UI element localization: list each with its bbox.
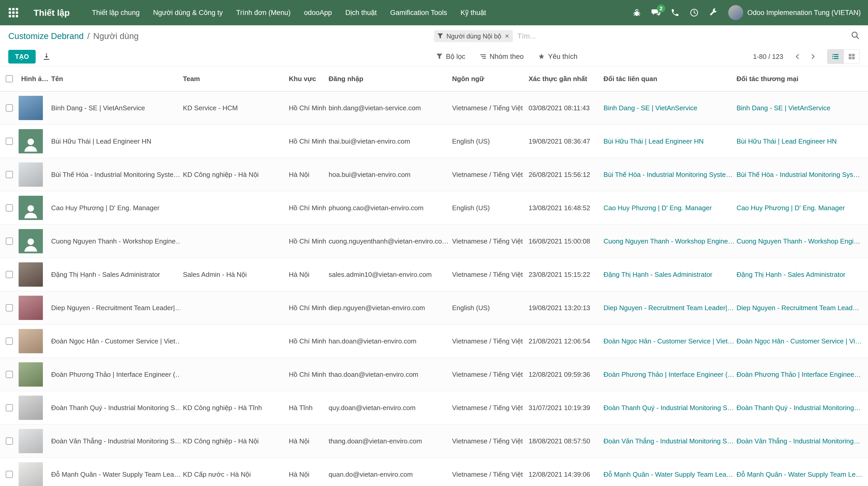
- related-partner-link[interactable]: Diep Nguyen - Recruitment Team Leader|…: [603, 304, 734, 312]
- related-partner-link[interactable]: Đoàn Thanh Quý - Industrial Monitoring S…: [603, 404, 734, 412]
- row-checkbox[interactable]: [6, 138, 13, 145]
- table-row[interactable]: Diep Nguyen - Recruitment Team Leader|…H…: [0, 291, 868, 325]
- column-header-2[interactable]: Tên: [49, 75, 180, 83]
- row-checkbox[interactable]: [6, 404, 13, 411]
- row-checkbox[interactable]: [6, 237, 13, 245]
- row-checkbox[interactable]: [6, 204, 13, 212]
- row-checkbox[interactable]: [6, 337, 13, 345]
- topbar-menu-item[interactable]: Thiết lập chung: [85, 0, 147, 25]
- table-row[interactable]: Đỗ Mạnh Quân - Water Supply Team Lea…KD …: [0, 458, 868, 486]
- region-cell: Hồ Chí Minh: [286, 204, 326, 212]
- user-avatar: [19, 296, 43, 320]
- table-row[interactable]: Đoàn Thanh Quý - Industrial Monitoring S…: [0, 391, 868, 425]
- related-partner-link[interactable]: Đoàn Văn Thắng - Industrial Monitoring S…: [603, 437, 734, 445]
- create-button[interactable]: TẠO: [8, 50, 36, 64]
- column-header-5[interactable]: Đăng nhập: [326, 75, 450, 83]
- user-name-cell: Binh Dang - SE | VietAnService: [49, 104, 180, 112]
- commercial-partner-link[interactable]: Đoàn Văn Thắng - Industrial Monitoring…: [737, 437, 860, 445]
- group-by-button[interactable]: Nhóm theo: [480, 53, 524, 61]
- commercial-partner-link-cell: Đoàn Ngọc Hân - Customer Service | Vi…: [734, 337, 868, 345]
- row-checkbox[interactable]: [6, 171, 13, 178]
- activities-button[interactable]: [688, 7, 700, 18]
- related-partner-link[interactable]: Đặng Thị Hạnh - Sales Administrator: [603, 271, 712, 279]
- table-row[interactable]: Đoàn Ngọc Hân - Customer Service | Viet……: [0, 325, 868, 358]
- column-header-9[interactable]: Đối tác thương mại: [734, 75, 868, 83]
- commercial-partner-link[interactable]: Đoàn Ngọc Hân - Customer Service | Vi…: [737, 337, 862, 345]
- last-auth-cell: 19/08/2021 08:36:47: [526, 137, 601, 145]
- row-select-cell: [0, 104, 19, 111]
- commercial-partner-link[interactable]: Đặng Thị Hạnh - Sales Administrator: [737, 271, 845, 279]
- commercial-partner-link[interactable]: Đoàn Thanh Quý - Industrial Monitoring…: [737, 404, 861, 412]
- apps-menu-button[interactable]: [0, 0, 26, 25]
- list-view-button[interactable]: [828, 50, 843, 64]
- commercial-partner-link[interactable]: Cao Huy Phương | D' Eng. Manager: [737, 204, 845, 212]
- table-row[interactable]: Cao Huy Phương | D' Eng. ManagerHồ Chí M…: [0, 191, 868, 225]
- related-partner-link[interactable]: Đoàn Phương Thảo | Interface Engineer (…: [603, 370, 734, 378]
- commercial-partner-link[interactable]: Cuong Nguyen Thanh - Workshop Engi…: [737, 237, 860, 245]
- related-partner-link[interactable]: Cao Huy Phương | D' Eng. Manager: [603, 204, 712, 212]
- language-cell: Vietnamese / Tiếng Việt: [450, 370, 526, 379]
- facet-remove-button[interactable]: ×: [504, 33, 509, 40]
- row-checkbox[interactable]: [6, 271, 13, 278]
- row-checkbox[interactable]: [6, 371, 13, 378]
- row-checkbox[interactable]: [6, 104, 13, 111]
- voip-phone-button[interactable]: [669, 7, 681, 18]
- topbar-menu-item[interactable]: Gamification Tools: [383, 0, 454, 25]
- table-row[interactable]: Bùi Thế Hòa - Industrial Monitoring Syst…: [0, 158, 868, 191]
- column-header-1[interactable]: Hình ả…: [19, 75, 49, 83]
- last-auth-cell: 12/08/2021 09:59:36: [526, 370, 601, 379]
- app-title[interactable]: Thiết lập: [34, 8, 70, 18]
- row-checkbox[interactable]: [6, 438, 13, 445]
- favorites-button[interactable]: Yêu thích: [538, 53, 578, 61]
- topbar-menu-item[interactable]: Dịch thuật: [339, 0, 383, 25]
- topbar-menu-item[interactable]: odooApp: [297, 0, 339, 25]
- row-select-cell: [0, 438, 19, 445]
- export-button[interactable]: [42, 53, 51, 61]
- kanban-view-button[interactable]: [843, 50, 860, 64]
- commercial-partner-link[interactable]: Binh Dang - SE | VietAnService: [737, 104, 830, 112]
- column-header-4[interactable]: Khu vực: [286, 75, 326, 83]
- technical-tools-button[interactable]: [708, 7, 719, 18]
- row-checkbox[interactable]: [6, 471, 13, 478]
- related-partner-link[interactable]: Bùi Thế Hòa - Industrial Monitoring Syst…: [603, 171, 733, 179]
- row-checkbox[interactable]: [6, 304, 13, 312]
- pager-prev-button[interactable]: [792, 51, 804, 63]
- table-row[interactable]: Bùi Hữu Thái | Lead Engineer HNHồ Chí Mi…: [0, 125, 868, 158]
- filters-button[interactable]: Bộ lọc: [436, 53, 465, 61]
- pager-next-button[interactable]: [807, 51, 819, 63]
- select-all-checkbox[interactable]: [6, 75, 13, 83]
- avatar-cell: [19, 196, 49, 220]
- topbar-menu-item[interactable]: Kỹ thuật: [454, 0, 493, 25]
- commercial-partner-link[interactable]: Bùi Thế Hòa - Industrial Monitoring Sys…: [737, 171, 860, 179]
- related-partner-link[interactable]: Đoàn Ngọc Hân - Customer Service | Viet…: [603, 337, 734, 345]
- table-row[interactable]: Cuong Nguyen Thanh - Workshop Engine…Hồ …: [0, 225, 868, 258]
- column-header-8[interactable]: Đối tác liên quan: [601, 75, 734, 83]
- row-select-cell: [0, 471, 19, 478]
- debug-menu-button[interactable]: [631, 7, 643, 18]
- breadcrumb-parent-link[interactable]: Customize Debrand: [8, 31, 84, 41]
- commercial-partner-link[interactable]: Đỗ Mạnh Quân - Water Supply Team Le…: [737, 471, 862, 478]
- column-header-3[interactable]: Team: [180, 75, 286, 83]
- commercial-partner-link[interactable]: Diep Nguyen - Recruitment Team Lead…: [737, 304, 859, 312]
- related-partner-link[interactable]: Đỗ Mạnh Quân - Water Supply Team Lea…: [603, 471, 733, 478]
- related-partner-link[interactable]: Cuong Nguyen Thanh - Workshop Engine…: [603, 237, 734, 245]
- topbar-menu: Thiết lập chungNgười dùng & Công tyTrình…: [85, 0, 493, 25]
- messages-button[interactable]: 2: [650, 7, 661, 18]
- related-partner-link[interactable]: Bùi Hữu Thái | Lead Engineer HN: [603, 137, 704, 145]
- commercial-partner-link[interactable]: Bùi Hữu Thái | Lead Engineer HN: [737, 137, 837, 145]
- table-row[interactable]: Đoàn Phương Thảo | Interface Engineer (……: [0, 358, 868, 391]
- topbar-menu-item[interactable]: Người dùng & Công ty: [146, 0, 229, 25]
- column-header-7[interactable]: Xác thực gần nhất: [526, 75, 601, 83]
- column-header-6[interactable]: Ngôn ngữ: [450, 75, 526, 83]
- search-icon[interactable]: [851, 31, 860, 41]
- row-select-cell: [0, 304, 19, 312]
- table-row[interactable]: Đoàn Văn Thắng - Industrial Monitoring S…: [0, 425, 868, 458]
- table-row[interactable]: Binh Dang - SE | VietAnServiceKD Service…: [0, 91, 868, 125]
- search-input[interactable]: [518, 32, 851, 40]
- region-cell: Hà Nội: [286, 271, 326, 279]
- related-partner-link[interactable]: Binh Dang - SE | VietAnService: [603, 104, 697, 112]
- user-menu[interactable]: Odoo Implemenation Tung (VIETAN): [728, 5, 861, 20]
- table-row[interactable]: Đặng Thị Hạnh - Sales AdministratorSales…: [0, 258, 868, 291]
- topbar-menu-item[interactable]: Trình đơn (Menu): [229, 0, 297, 25]
- commercial-partner-link[interactable]: Đoàn Phương Thảo | Interface Enginee…: [737, 370, 861, 378]
